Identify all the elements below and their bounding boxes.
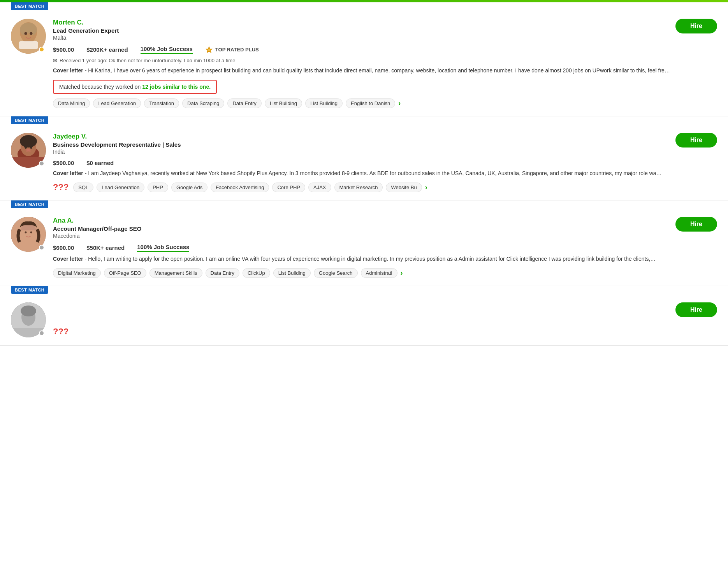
svg-point-15 (30, 146, 32, 149)
tag-1-5[interactable]: Core PHP (272, 183, 305, 192)
card-content-2: Ana A. Account Manager/Off-page SEO Mace… (53, 217, 717, 278)
status-dot-1 (39, 161, 44, 166)
cover-letter-0: Cover letter - Hi Karina, I have over 6 … (53, 67, 717, 75)
tags-arrow-2[interactable]: › (401, 269, 403, 277)
svg-point-4 (25, 32, 27, 35)
card-header-2: Ana A. Account Manager/Off-page SEO Mace… (53, 217, 717, 239)
avatar-wrap-2 (11, 217, 46, 252)
job-success-0: 100% Job Success (141, 46, 193, 54)
svg-point-5 (30, 32, 33, 35)
job-success-2: 100% Job Success (137, 244, 189, 252)
tag-2-5[interactable]: List Building (273, 268, 311, 278)
rate-value-2: $600.00 (53, 244, 74, 251)
received-msg-0: Received 1 year ago: Ok then not for me … (53, 58, 717, 63)
rate-value-1: $500.00 (53, 160, 74, 166)
candidate-title-0: Lead Generation Expert (53, 27, 119, 34)
hire-button-2[interactable]: Hire (675, 217, 717, 232)
tag-0-6[interactable]: List Building (305, 98, 343, 108)
tag-0-5[interactable]: List Building (265, 98, 302, 108)
svg-point-25 (21, 306, 36, 316)
card-content-3: Hire ??? (53, 302, 717, 337)
stats-row-2: $600.00 $50K+ earned 100% Job Success (53, 244, 717, 252)
tag-1-6[interactable]: AJAX (308, 183, 331, 192)
rate-stat-2: $600.00 (53, 244, 74, 251)
card-content-0: Morten C. Lead Generation Expert Malta H… (53, 19, 717, 108)
tag-2-1[interactable]: Off-Page SEO (104, 268, 146, 278)
candidate-card-1: BEST MATCH Jaydeep V. Bu (0, 116, 728, 201)
tag-2-7[interactable]: Administrati (361, 268, 397, 278)
tag-1-1[interactable]: Lead Generation (97, 183, 144, 192)
tags-row-1: ??? SQLLead GenerationPHPGoogle AdsFaceb… (53, 182, 717, 192)
tag-1-0[interactable]: SQL (73, 183, 93, 192)
candidate-name-0[interactable]: Morten C. (53, 19, 119, 26)
avatar-wrap-3 (11, 302, 46, 337)
hire-button-0[interactable]: Hire (675, 19, 717, 33)
svg-rect-7 (19, 41, 38, 49)
job-success-label-0: 100% Job Success (141, 46, 193, 54)
candidate-location-0: Malta (53, 35, 119, 41)
tags-arrow-0[interactable]: › (398, 99, 401, 107)
top-rated-icon-0 (205, 46, 213, 54)
candidate-card-2: BEST MATCH Ana A. (0, 200, 728, 286)
matched-link-0[interactable]: 12 jobs similar to this one. (142, 84, 211, 90)
status-dot-0 (39, 47, 44, 52)
stats-row-1: $500.00 $0 earned (53, 160, 717, 166)
earned-value-0: $200K+ earned (86, 46, 128, 53)
svg-point-13 (20, 135, 37, 148)
tag-1-8[interactable]: Website Bu (386, 183, 422, 192)
candidate-location-2: Macedonia (53, 233, 142, 239)
tag-2-0[interactable]: Digital Marketing (53, 268, 101, 278)
hire-button-3[interactable]: Hire (675, 302, 717, 317)
tag-0-3[interactable]: Data Scraping (182, 98, 224, 108)
tag-2-2[interactable]: Management Skills (149, 268, 202, 278)
cover-letter-2: Cover letter - Hello, I am writing to ap… (53, 255, 717, 263)
best-match-badge-2: BEST MATCH (11, 200, 48, 208)
tag-0-4[interactable]: Data Entry (227, 98, 261, 108)
tag-1-7[interactable]: Market Research (334, 183, 383, 192)
matched-text-0: Matched because they worked on (59, 84, 142, 90)
svg-point-21 (30, 232, 32, 234)
tag-1-4[interactable]: Facebook Advertising (211, 183, 269, 192)
top-rated-label-0: TOP RATED PLUS (215, 47, 259, 53)
earned-stat-0: $200K+ earned (86, 46, 128, 53)
status-dot-3 (39, 330, 44, 336)
avatar-wrap-1 (11, 133, 46, 168)
tags-arrow-1[interactable]: › (425, 183, 427, 191)
tag-0-0[interactable]: Data Mining (53, 98, 90, 108)
candidate-name-1[interactable]: Jaydeep V. (53, 133, 181, 140)
status-dot-2 (39, 245, 44, 250)
svg-point-9 (207, 48, 210, 51)
tag-2-4[interactable]: ClickUp (243, 268, 270, 278)
best-match-badge-3: BEST MATCH (11, 286, 48, 294)
tag-2-3[interactable]: Data Entry (206, 268, 239, 278)
tag-1-2[interactable]: PHP (148, 183, 168, 192)
tag-0-2[interactable]: Translation (144, 98, 179, 108)
tag-0-7[interactable]: English to Danish (346, 98, 395, 108)
candidate-info-0: Morten C. Lead Generation Expert Malta (53, 19, 119, 41)
earned-value-2: $50K+ earned (86, 244, 125, 251)
candidate-card-0: BEST MATCH Morten C. Lea (0, 2, 728, 116)
svg-point-20 (25, 232, 27, 234)
candidate-info-2: Ana A. Account Manager/Off-page SEO Mace… (53, 217, 142, 239)
candidate-card-3: BEST MATCH Hire (0, 286, 728, 346)
tags-row-2: Digital MarketingOff-Page SEOManagement … (53, 268, 717, 278)
candidate-name-2[interactable]: Ana A. (53, 217, 142, 225)
best-match-badge-0: BEST MATCH (11, 2, 48, 10)
best-match-badge-1: BEST MATCH (11, 116, 48, 124)
question-marks-1: ??? (53, 182, 69, 192)
card-header-1: Jaydeep V. Business Development Represen… (53, 133, 717, 155)
earned-stat-1: $0 earned (86, 160, 114, 166)
tag-1-3[interactable]: Google Ads (171, 183, 207, 192)
card-header-3: Hire (53, 302, 717, 317)
svg-point-14 (25, 146, 27, 149)
tags-row-3: ??? (53, 327, 717, 337)
cover-letter-1: Cover letter - I am Jaydeep Vaghasiya, r… (53, 169, 717, 178)
candidate-title-1: Business Development Representative | Sa… (53, 141, 181, 148)
matched-box-0: Matched because they worked on 12 jobs s… (53, 80, 217, 94)
top-rated-plus-0: TOP RATED PLUS (205, 46, 259, 54)
earned-value-1: $0 earned (86, 160, 114, 166)
hire-button-1[interactable]: Hire (675, 133, 717, 148)
tag-2-6[interactable]: Google Search (314, 268, 358, 278)
avatar-wrap-0 (11, 19, 46, 54)
tag-0-1[interactable]: Lead Generation (93, 98, 141, 108)
